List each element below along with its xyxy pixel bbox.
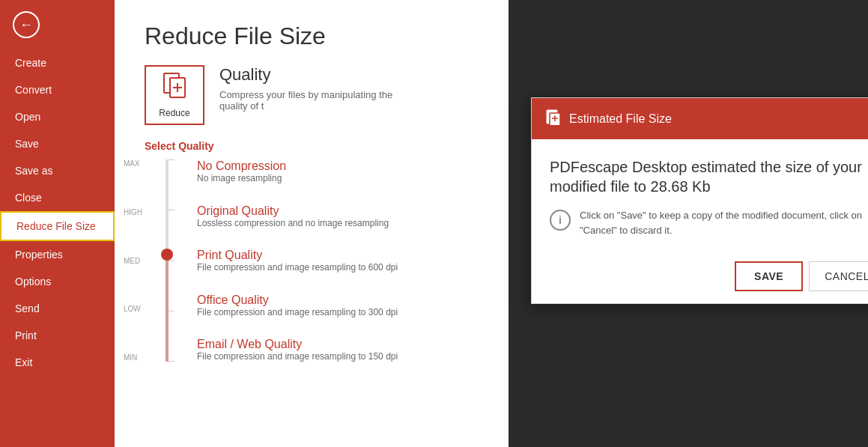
slider-labels: MAX HIGH MED LOW MIN [124, 159, 142, 362]
slider-label-max: MAX [124, 159, 142, 168]
sidebar-item-print[interactable]: Print [0, 322, 115, 349]
tick-high [169, 210, 174, 210]
quality-option-print[interactable]: Print Quality File compression and image… [197, 249, 479, 273]
sidebar-item-save[interactable]: Save [0, 130, 115, 157]
sidebar: ← Create Convert Open Save Save as Close… [0, 0, 115, 447]
quality-option-desc-1: Lossless compression and no image resamp… [197, 218, 479, 228]
quality-options-container: MAX HIGH MED LOW MIN No Compre [115, 159, 509, 362]
sidebar-item-create[interactable]: Create [0, 49, 115, 76]
sidebar-item-exit[interactable]: Exit [0, 349, 115, 376]
back-circle-icon: ← [13, 11, 40, 38]
slider-label-med: MED [124, 257, 142, 265]
sidebar-item-convert[interactable]: Convert [0, 76, 115, 103]
modal-sub-text: Click on "Save" to keep a copy of the mo… [580, 208, 868, 237]
estimated-file-size-modal: Estimated File Size PDFescape Desktop es… [531, 97, 868, 304]
quality-option-email-web[interactable]: Email / Web Quality File compression and… [197, 338, 479, 362]
quality-option-title-0: No Compression [197, 159, 479, 173]
modal-footer: SAVE CANCEL [532, 252, 868, 303]
modal-info-row: i Click on "Save" to keep a copy of the … [550, 208, 868, 237]
quality-list: No Compression No image resampling Origi… [197, 159, 479, 362]
quality-option-original[interactable]: Original Quality Lossless compression an… [197, 204, 479, 228]
slider-label-min: MIN [124, 353, 142, 362]
quality-option-desc-4: File compression and image resampling to… [197, 351, 479, 362]
sidebar-item-options[interactable]: Options [0, 268, 115, 295]
quality-title: Quality [219, 65, 407, 85]
tick-max [169, 159, 174, 160]
quality-section: Reduce Quality Compress your files by ma… [115, 65, 509, 125]
quality-option-title-1: Original Quality [197, 204, 479, 218]
sidebar-item-open[interactable]: Open [0, 103, 115, 130]
tick-med [169, 261, 174, 261]
quality-description: Quality Compress your files by manipulat… [219, 65, 407, 112]
quality-option-desc-0: No image resampling [197, 173, 479, 183]
sidebar-item-send[interactable]: Send [0, 295, 115, 322]
quality-option-title-3: Office Quality [197, 294, 479, 307]
quality-option-office[interactable]: Office Quality File compression and imag… [197, 294, 479, 317]
sidebar-item-properties[interactable]: Properties [0, 241, 115, 268]
reduce-icon [161, 72, 188, 105]
quality-slider-container[interactable]: MAX HIGH MED LOW MIN [145, 159, 189, 362]
tick-min [169, 361, 174, 362]
modal-header-title: Estimated File Size [569, 112, 672, 126]
right-panel: Estimated File Size PDFescape Desktop es… [509, 0, 868, 447]
quality-option-title-2: Print Quality [197, 249, 479, 262]
slider-label-high: HIGH [124, 208, 142, 216]
tick-marks [169, 159, 174, 362]
icon-label: Reduce [159, 108, 189, 118]
modal-body: PDFescape Desktop estimated the size of … [532, 139, 868, 252]
modal-header: Estimated File Size [532, 98, 868, 139]
info-icon: i [550, 210, 571, 231]
back-button[interactable]: ← [7, 6, 45, 43]
quality-option-desc-3: File compression and image resampling to… [197, 307, 479, 317]
quality-desc-text: Compress your files by manipulating the … [219, 89, 407, 112]
save-button[interactable]: SAVE [735, 261, 803, 291]
sidebar-item-save-as[interactable]: Save as [0, 157, 115, 184]
modal-header-icon [545, 109, 562, 129]
select-quality-label: Select Quality [115, 140, 509, 152]
quality-option-desc-2: File compression and image resampling to… [197, 262, 479, 273]
quality-icon-box: Reduce [145, 65, 204, 125]
sidebar-item-reduce-file-size[interactable]: Reduce File Size [0, 211, 115, 241]
cancel-button[interactable]: CANCEL [809, 261, 868, 291]
page-title: Reduce File Size [115, 0, 509, 65]
slider-track [166, 159, 169, 362]
quality-option-title-4: Email / Web Quality [197, 338, 479, 351]
quality-option-no-compression[interactable]: No Compression No image resampling [197, 159, 479, 183]
main-content: Reduce File Size Reduce Quality Compress… [115, 0, 509, 447]
tick-low [169, 311, 174, 311]
sidebar-item-close[interactable]: Close [0, 184, 115, 211]
slider-label-low: LOW [124, 305, 142, 313]
modal-main-text: PDFescape Desktop estimated the size of … [550, 157, 868, 196]
